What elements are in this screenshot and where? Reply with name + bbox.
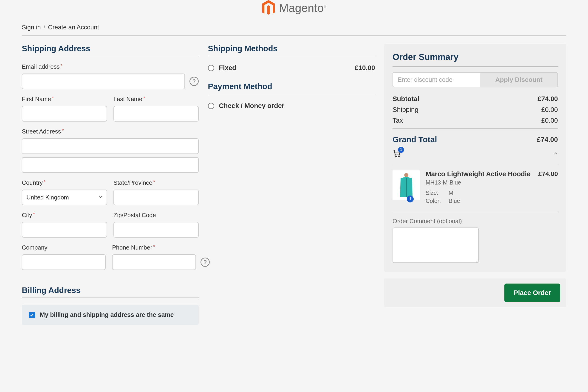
shipping-method-price: £10.00 <box>355 64 375 72</box>
billing-same-row[interactable]: My billing and shipping address are the … <box>22 305 199 325</box>
create-account-link[interactable]: Create an Account <box>48 24 99 31</box>
svg-point-3 <box>404 173 408 177</box>
place-order-button[interactable]: Place Order <box>504 284 560 302</box>
chevron-up-icon <box>553 151 558 157</box>
item-size-label: Size: <box>426 190 444 196</box>
order-comment-label: Order Comment (optional) <box>393 218 558 225</box>
billing-same-label: My billing and shipping address are the … <box>40 311 174 318</box>
phone-label: Phone Number* <box>112 244 210 251</box>
zip-label: Zip/Postal Code <box>113 212 199 219</box>
state-input[interactable] <box>113 190 199 205</box>
city-input[interactable] <box>22 222 107 238</box>
item-color-value: Blue <box>449 198 460 204</box>
subtotal-label: Subtotal <box>393 95 419 103</box>
email-label: Email address* <box>22 63 185 70</box>
country-select[interactable]: United Kingdom <box>22 190 107 205</box>
shipping-total-label: Shipping <box>393 106 419 114</box>
cart-items-toggle[interactable]: 1 <box>393 144 558 164</box>
billing-address-title: Billing Address <box>22 286 199 298</box>
shipping-method-label: Fixed <box>219 64 236 72</box>
auth-bar: Sign in / Create an Account <box>22 20 566 36</box>
place-order-bar: Place Order <box>384 278 566 307</box>
country-label: Country* <box>22 179 107 186</box>
company-label: Company <box>22 244 106 251</box>
discount-code-input[interactable] <box>393 72 480 87</box>
city-label: City* <box>22 212 107 219</box>
item-size-value: M <box>449 190 453 196</box>
state-label: State/Province* <box>113 179 199 186</box>
svg-point-0 <box>395 156 396 157</box>
order-comment-input[interactable] <box>393 228 479 263</box>
item-color-label: Color: <box>426 198 444 204</box>
svg-point-1 <box>399 156 400 157</box>
item-qty-badge: 1 <box>407 196 414 202</box>
tax-value: £0.00 <box>541 117 558 124</box>
tax-label: Tax <box>393 117 403 124</box>
subtotal-value: £74.00 <box>538 95 558 103</box>
check-icon <box>30 313 34 317</box>
last-name-input[interactable] <box>113 106 199 122</box>
header: Magento® <box>22 0 566 20</box>
signin-link[interactable]: Sign in <box>22 24 41 31</box>
first-name-input[interactable] <box>22 106 107 122</box>
cart-item: 1 Marco Lightweight Active Hoodie MH13-M… <box>393 164 558 212</box>
shipping-total-value: £0.00 <box>541 106 558 114</box>
item-name: Marco Lightweight Active Hoodie <box>426 170 533 178</box>
magento-logo-icon <box>262 0 275 16</box>
item-thumbnail: 1 <box>393 170 420 200</box>
auth-divider: / <box>44 24 45 31</box>
phone-input[interactable] <box>112 254 196 270</box>
logo: Magento® <box>262 0 326 16</box>
shipping-method-fixed[interactable]: Fixed £10.00 <box>208 63 375 72</box>
email-input[interactable] <box>22 74 185 89</box>
order-summary-title: Order Summary <box>393 52 558 67</box>
email-help-icon[interactable]: ? <box>189 77 199 86</box>
order-summary: Order Summary Apply Discount Subtotal £7… <box>384 44 566 272</box>
street-input-1[interactable] <box>22 138 199 154</box>
grand-total-label: Grand Total <box>393 135 437 144</box>
first-name-label: First Name* <box>22 96 107 103</box>
radio-icon <box>208 103 214 109</box>
street-input-2[interactable] <box>22 157 199 173</box>
grand-total-value: £74.00 <box>537 136 558 144</box>
payment-method-title: Payment Method <box>208 82 375 94</box>
radio-icon <box>208 65 214 71</box>
last-name-label: Last Name* <box>113 96 199 103</box>
apply-discount-button[interactable]: Apply Discount <box>480 72 558 87</box>
item-sku: MH13-M-Blue <box>426 179 533 186</box>
shipping-methods-title: Shipping Methods <box>208 44 375 56</box>
payment-method-check[interactable]: Check / Money order <box>208 101 375 110</box>
street-label: Street Address* <box>22 128 199 135</box>
payment-method-label: Check / Money order <box>219 102 284 110</box>
item-price: £74.00 <box>538 170 558 206</box>
logo-text: Magento® <box>279 2 326 15</box>
billing-same-checkbox[interactable] <box>29 312 35 318</box>
cart-count-badge: 1 <box>398 147 404 153</box>
zip-input[interactable] <box>113 222 199 238</box>
cart-icon: 1 <box>393 149 401 159</box>
company-input[interactable] <box>22 254 106 270</box>
shipping-address-title: Shipping Address <box>22 44 199 56</box>
